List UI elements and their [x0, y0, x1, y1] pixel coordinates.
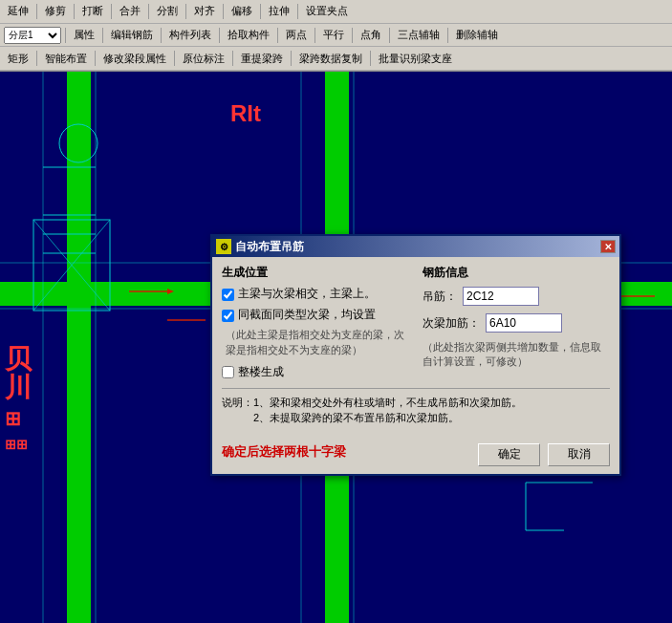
checkbox-whole-floor[interactable] — [222, 366, 234, 378]
dialog-footer: 确定 取消 — [478, 440, 610, 466]
sep-10 — [102, 28, 103, 43]
svg-text:贝: 贝 — [4, 344, 33, 374]
cancel-button[interactable]: 取消 — [548, 443, 610, 466]
toolbar-break[interactable]: 打断 — [78, 3, 107, 19]
sep-7 — [260, 4, 261, 19]
sep-14 — [314, 28, 315, 43]
checkbox-main-beam-label: 主梁与次梁相交，主梁上。 — [238, 287, 376, 302]
description-line-1: 说明：1、梁和梁相交处外有柱或墙时，不生成吊筋和次梁加筋。 — [222, 395, 610, 411]
svg-rect-1 — [67, 72, 91, 623]
toolbar-smart-layout[interactable]: 智能布置 — [41, 51, 91, 67]
sep-3 — [111, 4, 112, 19]
rebar-note: （此处指次梁两侧共增加数量，信息取自计算设置，可修改） — [423, 340, 610, 370]
generation-note: （此处主梁是指相交处为支座的梁，次梁是指相交处不为支座的梁） — [226, 328, 413, 357]
toolbar-extend[interactable]: 延伸 — [4, 3, 33, 19]
svg-text:RIt: RIt — [230, 100, 261, 126]
hanging-bar-input[interactable] — [463, 287, 539, 306]
sep-8 — [297, 4, 298, 19]
toolbar-re-extract[interactable]: 重提梁跨 — [237, 51, 287, 67]
sep-19 — [95, 51, 96, 66]
toolbar-row-2: 分层1 属性 编辑钢筋 构件列表 拾取构件 两点 平行 点角 三点辅轴 删除辅轴 — [0, 24, 672, 48]
dialog-close-button[interactable]: ✕ — [600, 240, 616, 253]
toolbar-orig-annotation[interactable]: 原位标注 — [179, 51, 228, 67]
secondary-bar-row: 次梁加筋： — [423, 313, 610, 333]
svg-text:⊞: ⊞ — [5, 408, 21, 429]
sep-13 — [277, 28, 278, 43]
svg-text:川: 川 — [4, 373, 32, 402]
dialog-auto-hanging-bar: ⚙ 自动布置吊筋 ✕ 生成位置 主梁与次梁相交，主梁上。 — [210, 234, 621, 476]
dialog-body: 生成位置 主梁与次梁相交，主梁上。 同截面同类型次梁，均设置 （此处主梁是指相交… — [212, 257, 619, 474]
dialog-title-icon: ⚙ — [216, 239, 231, 254]
sep-21 — [232, 51, 233, 66]
toolbar-parallel[interactable]: 平行 — [319, 27, 348, 43]
dialog-left-panel: 生成位置 主梁与次梁相交，主梁上。 同截面同类型次梁，均设置 （此处主梁是指相交… — [222, 265, 413, 380]
checkbox-row-2: 同截面同类型次梁，均设置 — [222, 308, 413, 323]
footer-row: 确定后选择两根十字梁 确定 取消 — [222, 432, 610, 466]
layer-select[interactable]: 分层1 — [4, 27, 61, 44]
sep-6 — [223, 4, 224, 19]
toolbar-point-angle[interactable]: 点角 — [357, 27, 385, 43]
hanging-bar-label: 吊筋： — [423, 289, 457, 305]
confirm-text: 确定后选择两根十字梁 — [222, 443, 346, 461]
toolbar-modify-beam[interactable]: 修改梁段属性 — [99, 51, 170, 67]
secondary-bar-input[interactable] — [486, 313, 562, 333]
svg-text:⊞⊞: ⊞⊞ — [5, 437, 28, 452]
toolbar-pick-component[interactable]: 拾取构件 — [224, 27, 273, 43]
sep-2 — [74, 4, 75, 19]
secondary-bar-label: 次梁加筋： — [423, 315, 480, 332]
description-line-2: 2、未提取梁跨的梁不布置吊筋和次梁加筋。 — [222, 410, 610, 426]
toolbar-merge[interactable]: 合并 — [116, 3, 144, 19]
dialog-titlebar: ⚙ 自动布置吊筋 ✕ — [212, 236, 619, 257]
toolbar: 延伸 修剪 打断 合并 分割 对齐 偏移 拉伸 设置夹点 分层1 属性 编辑钢筋… — [0, 0, 672, 72]
dialog-columns: 生成位置 主梁与次梁相交，主梁上。 同截面同类型次梁，均设置 （此处主梁是指相交… — [222, 265, 610, 380]
checkbox-whole-floor-label: 整楼生成 — [238, 365, 284, 380]
checkbox-row-1: 主梁与次梁相交，主梁上。 — [222, 287, 413, 302]
rebar-section-title: 钢筋信息 — [423, 265, 610, 281]
ok-button[interactable]: 确定 — [478, 443, 540, 466]
sep-5 — [185, 4, 186, 19]
sep-12 — [219, 28, 220, 43]
toolbar-three-point[interactable]: 三点辅轴 — [394, 27, 444, 43]
toolbar-align[interactable]: 对齐 — [190, 3, 219, 19]
generation-section-title: 生成位置 — [222, 265, 413, 281]
checkbox-row-3: 整楼生成 — [222, 365, 413, 380]
toolbar-row-3: 矩形 智能布置 修改梁段属性 原位标注 重提梁跨 梁跨数据复制 批量识别梁支座 — [0, 47, 672, 71]
toolbar-delete-axis[interactable]: 删除辅轴 — [452, 27, 502, 43]
toolbar-batch-identify[interactable]: 批量识别梁支座 — [375, 51, 456, 67]
hanging-bar-row: 吊筋： — [423, 287, 610, 306]
dialog-right-panel: 钢筋信息 吊筋： 次梁加筋： （此处指次梁两侧共增加数量，信息取自计算设置，可修… — [423, 265, 610, 380]
sep-9 — [65, 28, 66, 43]
toolbar-offset[interactable]: 偏移 — [228, 3, 256, 19]
sep-16 — [389, 28, 390, 43]
dialog-title-text: 自动布置吊筋 — [235, 239, 304, 255]
toolbar-component-list[interactable]: 构件列表 — [165, 27, 215, 43]
sep-18 — [36, 51, 37, 66]
toolbar-copy-span[interactable]: 梁跨数据复制 — [295, 51, 366, 67]
sep-22 — [291, 51, 292, 66]
toolbar-rectangle[interactable]: 矩形 — [4, 51, 33, 67]
checkbox-main-beam[interactable] — [222, 289, 234, 301]
cad-canvas: 贝 川 ⊞ ⊞⊞ RIt ⚙ 自动布置吊筋 ✕ — [0, 72, 672, 623]
toolbar-two-point[interactable]: 两点 — [282, 27, 311, 43]
checkbox-same-section[interactable] — [222, 310, 234, 322]
toolbar-stretch[interactable]: 拉伸 — [265, 3, 293, 19]
toolbar-row-1: 延伸 修剪 打断 合并 分割 对齐 偏移 拉伸 设置夹点 — [0, 0, 672, 24]
sep-1 — [36, 4, 37, 19]
toolbar-trim[interactable]: 修剪 — [41, 3, 70, 19]
sep-20 — [174, 51, 175, 66]
checkbox-same-section-label: 同截面同类型次梁，均设置 — [238, 308, 376, 323]
toolbar-edit-rebar[interactable]: 编辑钢筋 — [107, 27, 157, 43]
sep-4 — [148, 4, 149, 19]
sep-17 — [447, 28, 448, 43]
sep-11 — [161, 28, 162, 43]
toolbar-grip[interactable]: 设置夹点 — [302, 3, 352, 19]
toolbar-split[interactable]: 分割 — [153, 3, 182, 19]
dialog-title-left: ⚙ 自动布置吊筋 — [216, 239, 304, 255]
sep-15 — [352, 28, 353, 43]
toolbar-properties[interactable]: 属性 — [70, 27, 98, 43]
description-area: 说明：1、梁和梁相交处外有柱或墙时，不生成吊筋和次梁加筋。 2、未提取梁跨的梁不… — [222, 388, 610, 426]
sep-23 — [370, 51, 371, 66]
